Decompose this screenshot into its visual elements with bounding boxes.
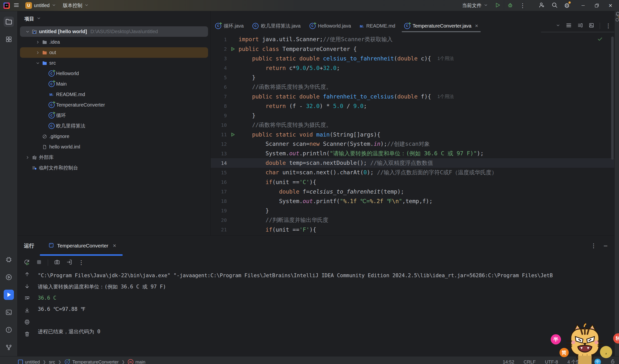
softwrap-console-icon[interactable] [24, 295, 30, 302]
chevron-down-icon[interactable] [35, 61, 41, 65]
rerun-button[interactable] [23, 259, 30, 266]
close-tab-icon[interactable]: ✕ [475, 23, 478, 28]
chevron-down-icon[interactable] [37, 16, 41, 21]
code-line-19[interactable]: 19 } [211, 206, 615, 215]
down-console-icon[interactable] [24, 283, 30, 290]
breadcrumb-TemperatureConverter[interactable]: CTemperatureConverter [64, 359, 119, 364]
code-line-10[interactable]: 10 //函数将华氏度转换为摄氏度。 [211, 120, 615, 130]
tree-item-untitled-hello-world-[interactable]: untitled [hello world]D:\ASUS\Desktop\Ja… [20, 26, 208, 37]
add-user-icon[interactable] [538, 2, 545, 9]
breadcrumb-untitled[interactable]: untitled [18, 359, 40, 364]
more-actions-icon[interactable]: ⋮ [520, 3, 526, 9]
breadcrumb-src[interactable]: src [49, 359, 55, 364]
code-line-6[interactable]: 6 //函数将摄氏度转换为华氏度。 [211, 82, 615, 92]
tree-item-临时文件和控制台[interactable]: 临时文件和控制台 [20, 163, 208, 173]
close-run-tab-icon[interactable]: ✕ [113, 243, 116, 248]
hide-run-panel-icon[interactable]: ─ [604, 243, 607, 248]
inspection-ok-icon[interactable] [597, 36, 603, 43]
code-line-18[interactable]: 18 System.out.printf("%.1f ℃=%.2f ℉\n",t… [211, 196, 615, 206]
run-line-gutter-icon[interactable] [227, 132, 239, 137]
main-menu-icon[interactable] [13, 2, 19, 9]
usage-inlay-hint[interactable]: 1个用法 [437, 55, 454, 62]
code-line-2[interactable]: 2public class TemperatureConverter { [211, 44, 615, 54]
hidden-tabs-chevron-icon[interactable] [556, 23, 560, 28]
tree-item-out[interactable]: out [20, 47, 208, 58]
split-editor-icon[interactable] [577, 22, 583, 29]
chevron-right-icon[interactable] [35, 40, 41, 44]
code-line-17[interactable]: 17 double f=celsius_to_fahrenheit(temp); [211, 187, 615, 196]
run-config-selector[interactable]: 当前文件 [462, 2, 488, 9]
tool-window-button-terminal[interactable] [4, 307, 14, 317]
tree-item-Main[interactable]: CMain [20, 79, 208, 89]
editor-more-icon[interactable]: ⋮ [605, 23, 611, 29]
code-line-4[interactable]: 4 return c*9.0/5.0+32.0; [211, 63, 615, 73]
project-widget[interactable]: U untitled [25, 2, 56, 9]
tree-item-TemperatureConverter[interactable]: CTemperatureConverter [20, 100, 208, 110]
up-console-icon[interactable] [24, 271, 30, 278]
code-line-20[interactable]: 20 //判断温度并输出华氏度 [211, 215, 615, 225]
tab-list-icon[interactable] [566, 22, 572, 29]
editor-scrollbar-thumb[interactable] [611, 37, 614, 160]
caret-position[interactable]: 14:52 [503, 359, 514, 364]
tool-window-button-project[interactable] [4, 16, 14, 27]
usage-inlay-hint[interactable]: 1个用法 [437, 93, 454, 100]
code-line-15[interactable]: 15 char unit=scan.next().charAt(0); //输入… [211, 168, 615, 177]
tree-item-Helloworld[interactable]: CHelloworld [20, 68, 208, 79]
tree-item-.idea[interactable]: .idea [20, 37, 208, 47]
vcs-widget[interactable]: 版本控制 [63, 2, 89, 9]
chevron-right-icon[interactable] [24, 155, 31, 160]
code-line-3[interactable]: 3 public static double celsius_to_fahren… [211, 54, 615, 63]
code-line-12[interactable]: 12 Scanner scan=new Scanner(System.in);/… [211, 139, 615, 149]
settings-gear-icon[interactable]: ⚙ [564, 2, 570, 9]
indent-setting[interactable]: 4 个空格 [567, 359, 585, 364]
chevron-right-icon[interactable] [35, 50, 41, 55]
code-line-14[interactable]: 14 double temp=scan.nextDouble(); //输入双精… [211, 158, 615, 168]
code-line-8[interactable]: 8 return (f - 32.0) * 5.0 / 9.0; [211, 101, 615, 111]
stop-button[interactable] [36, 259, 42, 266]
debug-button[interactable] [507, 2, 513, 9]
code-editor[interactable]: 1import java.util.Scanner;//使用Scanner类获取… [211, 32, 615, 235]
tree-item-欧几里得算法[interactable]: C欧几里得算法 [20, 121, 208, 131]
tree-item-循环[interactable]: C循环 [20, 110, 208, 121]
tool-window-button-profiler[interactable] [4, 254, 14, 265]
tree-item-hello-world.iml[interactable]: hello world.iml [20, 142, 208, 152]
close-button[interactable]: ✕ [607, 3, 614, 9]
tool-window-button-problems[interactable] [4, 325, 14, 335]
notifications-bell-icon[interactable] [615, 13, 619, 17]
tool-window-button-version-control[interactable] [4, 342, 14, 352]
ai-assistant-icon[interactable] [615, 18, 619, 23]
tool-window-button-services[interactable] [4, 272, 14, 282]
tool-window-button-more-tools[interactable] [4, 52, 14, 62]
run-line-gutter-icon[interactable] [227, 46, 239, 52]
restore-button[interactable] [593, 3, 601, 8]
run-panel-more-icon[interactable]: ⋮ [591, 243, 597, 249]
code-line-16[interactable]: 16 if(unit =='C'){ [211, 177, 615, 187]
file-encoding[interactable]: UTF-8 [545, 359, 558, 364]
lock-icon[interactable] [610, 359, 616, 364]
code-line-1[interactable]: 1import java.util.Scanner;//使用Scanner类获取… [211, 35, 615, 44]
tree-item-外部库[interactable]: 外部库 [20, 152, 208, 163]
run-button[interactable] [494, 2, 501, 9]
scrollend-console-icon[interactable] [24, 307, 30, 314]
trash-console-icon[interactable] [24, 331, 30, 338]
editor-tab-TemperatureConverter.java[interactable]: CTemperatureConverter.java✕ [400, 19, 483, 32]
editor-tab-README.md[interactable]: M↓README.md [355, 19, 400, 32]
screenshot-button[interactable] [54, 259, 60, 266]
ime-indicator[interactable]: 中 [594, 359, 601, 364]
code-line-9[interactable]: 9 } [211, 111, 615, 120]
code-line-5[interactable]: 5 } [211, 73, 615, 82]
breadcrumb-main[interactable]: mmain [128, 359, 145, 364]
code-line-7[interactable]: 7 public static double fahrenheit_to_cel… [211, 92, 615, 101]
tree-item-README.md[interactable]: M↓README.md [20, 89, 208, 100]
run-tab[interactable]: TemperatureConverter ✕ [48, 242, 116, 249]
code-line-21[interactable]: 21 if(unit =='F'){ [211, 225, 615, 234]
tool-window-button-run[interactable] [4, 290, 14, 300]
editor-tab-欧几里得算法.java[interactable]: C欧几里得算法.java [248, 19, 305, 32]
minimize-button[interactable]: ─ [579, 3, 587, 8]
code-line-13[interactable]: 13 System.out.println("请输入要转换的温度和单位：(例如 … [211, 149, 615, 158]
code-line-11[interactable]: 11 public static void main(String[]args)… [211, 130, 615, 139]
tree-item-src[interactable]: src [20, 58, 208, 68]
search-icon[interactable] [551, 2, 558, 9]
chevron-down-icon[interactable] [24, 29, 31, 34]
editor-tab-Helloworld.java[interactable]: CHelloworld.java [305, 19, 356, 32]
